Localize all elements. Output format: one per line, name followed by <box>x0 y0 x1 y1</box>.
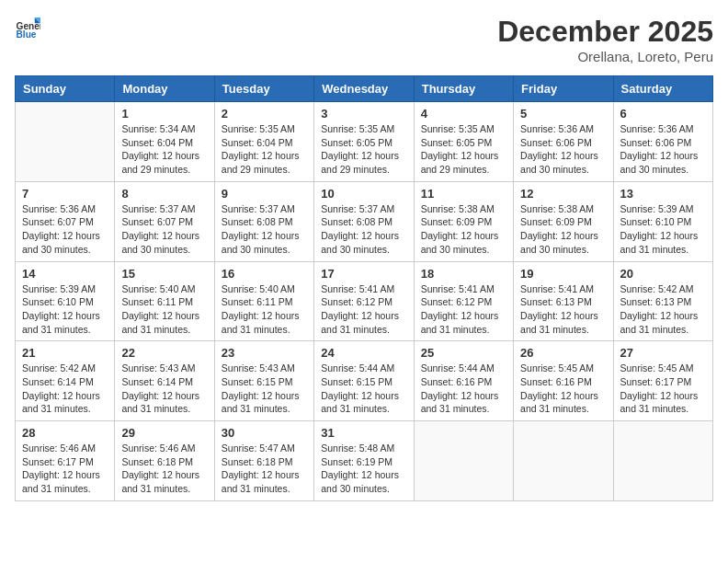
calendar-cell: 7Sunrise: 5:36 AM Sunset: 6:07 PM Daylig… <box>16 181 115 261</box>
day-number: 6 <box>620 107 706 121</box>
day-info: Sunrise: 5:39 AM Sunset: 6:10 PM Dayligh… <box>620 202 706 257</box>
day-number: 28 <box>22 426 108 440</box>
day-number: 19 <box>520 267 606 281</box>
day-info: Sunrise: 5:35 AM Sunset: 6:05 PM Dayligh… <box>321 122 406 177</box>
day-number: 16 <box>222 267 307 281</box>
calendar-cell: 21Sunrise: 5:42 AM Sunset: 6:14 PM Dayli… <box>16 341 115 421</box>
week-row-2: 7Sunrise: 5:36 AM Sunset: 6:07 PM Daylig… <box>16 181 713 261</box>
day-number: 30 <box>222 426 307 440</box>
calendar-cell: 5Sunrise: 5:36 AM Sunset: 6:06 PM Daylig… <box>514 102 613 182</box>
calendar-cell: 6Sunrise: 5:36 AM Sunset: 6:06 PM Daylig… <box>613 102 712 182</box>
day-info: Sunrise: 5:38 AM Sunset: 6:09 PM Dayligh… <box>421 202 506 257</box>
day-info: Sunrise: 5:44 AM Sunset: 6:16 PM Dayligh… <box>421 362 506 416</box>
day-number: 26 <box>520 346 606 360</box>
svg-text:Blue: Blue <box>17 29 37 40</box>
day-number: 11 <box>421 187 506 201</box>
day-info: Sunrise: 5:37 AM Sunset: 6:08 PM Dayligh… <box>321 202 406 257</box>
day-info: Sunrise: 5:42 AM Sunset: 6:14 PM Dayligh… <box>22 362 108 416</box>
calendar-cell: 20Sunrise: 5:42 AM Sunset: 6:13 PM Dayli… <box>613 261 712 341</box>
calendar-cell: 10Sunrise: 5:37 AM Sunset: 6:08 PM Dayli… <box>314 181 414 261</box>
logo: General Blue <box>15 15 40 40</box>
calendar-cell <box>514 421 613 501</box>
day-info: Sunrise: 5:46 AM Sunset: 6:17 PM Dayligh… <box>22 442 108 496</box>
calendar-cell: 25Sunrise: 5:44 AM Sunset: 6:16 PM Dayli… <box>414 341 513 421</box>
day-number: 4 <box>421 107 506 121</box>
calendar-cell: 31Sunrise: 5:48 AM Sunset: 6:19 PM Dayli… <box>314 421 414 501</box>
column-header-saturday: Saturday <box>613 76 712 102</box>
calendar-cell: 14Sunrise: 5:39 AM Sunset: 6:10 PM Dayli… <box>16 261 115 341</box>
day-info: Sunrise: 5:39 AM Sunset: 6:10 PM Dayligh… <box>22 282 108 337</box>
day-info: Sunrise: 5:36 AM Sunset: 6:06 PM Dayligh… <box>520 122 606 177</box>
calendar-cell: 4Sunrise: 5:35 AM Sunset: 6:05 PM Daylig… <box>414 102 513 182</box>
calendar-cell: 22Sunrise: 5:43 AM Sunset: 6:14 PM Dayli… <box>115 341 214 421</box>
day-info: Sunrise: 5:46 AM Sunset: 6:18 PM Dayligh… <box>121 442 207 496</box>
calendar-cell: 2Sunrise: 5:35 AM Sunset: 6:04 PM Daylig… <box>214 102 313 182</box>
column-header-tuesday: Tuesday <box>214 76 313 102</box>
day-number: 25 <box>421 346 506 360</box>
calendar-cell: 9Sunrise: 5:37 AM Sunset: 6:08 PM Daylig… <box>214 181 313 261</box>
logo-icon: General Blue <box>15 15 40 40</box>
day-number: 12 <box>520 187 606 201</box>
week-row-5: 28Sunrise: 5:46 AM Sunset: 6:17 PM Dayli… <box>16 421 713 501</box>
header: General Blue December 2025 Orellana, Lor… <box>15 15 713 64</box>
calendar-cell: 3Sunrise: 5:35 AM Sunset: 6:05 PM Daylig… <box>314 102 414 182</box>
day-info: Sunrise: 5:41 AM Sunset: 6:12 PM Dayligh… <box>421 282 506 337</box>
calendar-cell: 8Sunrise: 5:37 AM Sunset: 6:07 PM Daylig… <box>115 181 214 261</box>
day-info: Sunrise: 5:45 AM Sunset: 6:16 PM Dayligh… <box>520 362 606 416</box>
column-header-friday: Friday <box>514 76 613 102</box>
calendar-cell: 16Sunrise: 5:40 AM Sunset: 6:11 PM Dayli… <box>214 261 313 341</box>
day-info: Sunrise: 5:47 AM Sunset: 6:18 PM Dayligh… <box>222 442 307 496</box>
day-number: 17 <box>321 267 406 281</box>
week-row-1: 1Sunrise: 5:34 AM Sunset: 6:04 PM Daylig… <box>16 102 713 182</box>
calendar-cell: 26Sunrise: 5:45 AM Sunset: 6:16 PM Dayli… <box>514 341 613 421</box>
calendar-cell: 13Sunrise: 5:39 AM Sunset: 6:10 PM Dayli… <box>613 181 712 261</box>
day-info: Sunrise: 5:37 AM Sunset: 6:08 PM Dayligh… <box>222 202 307 257</box>
day-info: Sunrise: 5:43 AM Sunset: 6:15 PM Dayligh… <box>222 362 307 416</box>
day-number: 27 <box>620 346 706 360</box>
day-info: Sunrise: 5:40 AM Sunset: 6:11 PM Dayligh… <box>121 282 207 337</box>
day-info: Sunrise: 5:35 AM Sunset: 6:04 PM Dayligh… <box>222 122 307 177</box>
title-area: December 2025 Orellana, Loreto, Peru <box>497 15 713 64</box>
day-info: Sunrise: 5:45 AM Sunset: 6:17 PM Dayligh… <box>620 362 706 416</box>
day-number: 18 <box>421 267 506 281</box>
day-number: 3 <box>321 107 406 121</box>
day-info: Sunrise: 5:41 AM Sunset: 6:12 PM Dayligh… <box>321 282 406 337</box>
day-number: 31 <box>321 426 406 440</box>
month-title: December 2025 <box>497 15 713 49</box>
calendar-cell: 30Sunrise: 5:47 AM Sunset: 6:18 PM Dayli… <box>214 421 313 501</box>
day-number: 20 <box>620 267 706 281</box>
day-number: 23 <box>222 346 307 360</box>
day-number: 24 <box>321 346 406 360</box>
day-number: 29 <box>121 426 207 440</box>
day-info: Sunrise: 5:43 AM Sunset: 6:14 PM Dayligh… <box>121 362 207 416</box>
calendar-cell: 29Sunrise: 5:46 AM Sunset: 6:18 PM Dayli… <box>115 421 214 501</box>
calendar-cell <box>16 102 115 182</box>
calendar-cell: 19Sunrise: 5:41 AM Sunset: 6:13 PM Dayli… <box>514 261 613 341</box>
day-number: 14 <box>22 267 108 281</box>
column-header-monday: Monday <box>115 76 214 102</box>
day-info: Sunrise: 5:41 AM Sunset: 6:13 PM Dayligh… <box>520 282 606 337</box>
calendar-cell <box>613 421 712 501</box>
day-number: 7 <box>22 187 108 201</box>
calendar-cell: 27Sunrise: 5:45 AM Sunset: 6:17 PM Dayli… <box>613 341 712 421</box>
week-row-4: 21Sunrise: 5:42 AM Sunset: 6:14 PM Dayli… <box>16 341 713 421</box>
day-number: 2 <box>222 107 307 121</box>
location-subtitle: Orellana, Loreto, Peru <box>497 49 713 64</box>
day-number: 10 <box>321 187 406 201</box>
day-info: Sunrise: 5:38 AM Sunset: 6:09 PM Dayligh… <box>520 202 606 257</box>
column-header-thursday: Thursday <box>414 76 513 102</box>
day-info: Sunrise: 5:42 AM Sunset: 6:13 PM Dayligh… <box>620 282 706 337</box>
day-number: 22 <box>121 346 207 360</box>
column-header-sunday: Sunday <box>16 76 115 102</box>
calendar-cell: 15Sunrise: 5:40 AM Sunset: 6:11 PM Dayli… <box>115 261 214 341</box>
day-number: 5 <box>520 107 606 121</box>
day-info: Sunrise: 5:35 AM Sunset: 6:05 PM Dayligh… <box>421 122 506 177</box>
day-number: 21 <box>22 346 108 360</box>
calendar-cell: 12Sunrise: 5:38 AM Sunset: 6:09 PM Dayli… <box>514 181 613 261</box>
day-number: 15 <box>121 267 207 281</box>
column-header-wednesday: Wednesday <box>314 76 414 102</box>
day-number: 9 <box>222 187 307 201</box>
calendar-cell: 11Sunrise: 5:38 AM Sunset: 6:09 PM Dayli… <box>414 181 513 261</box>
day-info: Sunrise: 5:44 AM Sunset: 6:15 PM Dayligh… <box>321 362 406 416</box>
day-info: Sunrise: 5:40 AM Sunset: 6:11 PM Dayligh… <box>222 282 307 337</box>
